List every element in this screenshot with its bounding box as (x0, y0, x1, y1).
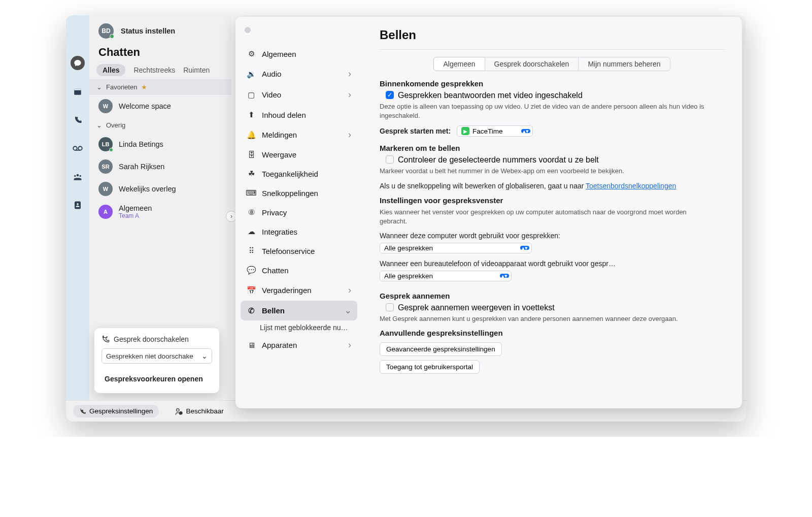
settings-nav-item[interactable]: ▢Video (241, 84, 357, 105)
chat-icon: 💬 (247, 266, 256, 275)
settings-nav-item[interactable]: 🔔Meldingen (241, 124, 357, 145)
settings-nav-item-label: Video (262, 90, 281, 99)
rail-phone-icon[interactable] (71, 113, 85, 127)
settings-nav-item[interactable]: ⬆Inhoud delen (241, 105, 357, 124)
rail-voicemail-icon[interactable] (71, 141, 85, 155)
advanced-settings-button[interactable]: Geavanceerde gespreksinstellingen (380, 342, 502, 356)
start-with-select[interactable]: ▶ FaceTime ▴▾ (457, 125, 533, 137)
chat-avatar-icon: SR (98, 159, 113, 174)
chat-item[interactable]: LB Linda Betings (89, 133, 231, 155)
svg-point-3 (78, 146, 82, 150)
select-arrows-icon: ▴▾ (521, 129, 530, 133)
tab-general[interactable]: Algemeen (433, 57, 485, 71)
rail-team-icon[interactable] (71, 170, 85, 184)
rail-calendar-icon[interactable] (71, 84, 85, 99)
chat-item-label: Wekelijks overleg (119, 185, 176, 193)
section-favourites[interactable]: ⌄ Favorieten ★ (89, 79, 231, 95)
phone-icon: ✆ (247, 306, 256, 315)
filter-all[interactable]: Alles (96, 64, 125, 76)
settings-nav-item-label: Privacy (262, 208, 287, 217)
svg-point-10 (176, 408, 179, 411)
forward-select-value: Gesprekken niet doorschake (106, 352, 193, 360)
chat-item[interactable]: SR Sarah Rijksen (89, 155, 231, 178)
settings-nav-item[interactable]: 🔉Audio (241, 63, 357, 84)
checkbox-answer-video[interactable]: ✓ (386, 91, 394, 99)
forward-select[interactable]: Gesprekken niet doorschake ⌄ (101, 348, 212, 364)
rail-chat-icon[interactable] (71, 56, 85, 70)
section-window: Instellingen voor gespreksvenster (380, 196, 725, 205)
answer-video-help: Deze optie is alleen van toepassing op u… (380, 102, 704, 120)
settings-nav-item-label: Snelkoppelingen (262, 189, 318, 198)
share-icon: ⬆ (247, 110, 256, 119)
footer-call-settings[interactable]: Gespreksinstellingen (73, 405, 159, 417)
chevron-down-icon (345, 306, 351, 315)
settings-nav-item[interactable]: 💬Chatten (241, 261, 357, 280)
traffic-light-icon[interactable] (245, 27, 251, 33)
settings-nav-item-label: Chatten (262, 266, 289, 275)
svg-point-7 (80, 175, 81, 177)
chat-avatar-icon: W (98, 99, 113, 113)
svg-point-9 (77, 203, 79, 205)
settings-content: Bellen Algemeen Gesprek doorschakelen Mi… (362, 17, 742, 408)
avatar[interactable]: BD (98, 23, 114, 39)
keys-icon: ⌨ (247, 188, 256, 198)
status-set-label[interactable]: Status instellen (121, 27, 175, 35)
chat-item[interactable]: A Algemeen Team A (89, 200, 231, 223)
settings-nav-item-label: Toegankelijkheid (262, 170, 318, 178)
section-mark: Markeren om te bellen (380, 144, 725, 152)
chat-item[interactable]: W Wekelijks overleg (89, 178, 231, 200)
phone-gear-icon (79, 408, 86, 415)
tab-forward[interactable]: Gesprek doorschakelen (485, 57, 579, 71)
chevron-right-icon (348, 285, 351, 296)
settings-nav-item[interactable]: 🗄Weergave (241, 145, 357, 164)
shortcut-link[interactable]: Toetsenbordsnelkoppelingen (586, 182, 676, 190)
star-icon: ★ (141, 83, 147, 91)
settings-nav-item[interactable]: ☁Integraties (241, 222, 357, 241)
svg-point-2 (73, 146, 77, 150)
app-window: BD Status instellen Chatten Alles Rechts… (66, 15, 746, 422)
settings-nav-item[interactable]: ☘Toegankelijkheid (241, 164, 357, 183)
chat-avatar-icon: LB (98, 137, 113, 151)
when-computer-label: Wanneer deze computer wordt gebruikt voo… (380, 232, 725, 240)
video-icon: ▢ (247, 90, 256, 100)
rail-contacts-icon[interactable] (71, 198, 85, 212)
section-other[interactable]: ⌄ Overig (89, 117, 231, 133)
settings-nav-item[interactable]: ⑧Privacy (241, 203, 357, 222)
settings-nav-item-label: Inhoud delen (262, 111, 306, 119)
checkbox-pickup[interactable] (386, 303, 394, 311)
window-help: Kies wanneer het venster voor gesprekken… (380, 208, 704, 226)
chat-item-label: Sarah Rijksen (119, 163, 164, 171)
footer-call-settings-label: Gespreksinstellingen (89, 407, 153, 415)
filter-direct[interactable]: Rechtstreeks (133, 66, 175, 74)
filter-rooms[interactable]: Ruimten (183, 66, 210, 74)
forward-popup: Gesprek doorschakelen Gesprekken niet do… (94, 328, 219, 393)
settings-nav-subitem[interactable]: Lijst met geblokkeerde num… (241, 320, 357, 335)
shortcut-pre: Als u de snelkoppeling wilt bewerken of … (380, 182, 586, 190)
checkbox-mark[interactable] (386, 155, 394, 164)
presence-dot-icon (110, 34, 114, 39)
settings-nav-item-label: Weergave (262, 150, 296, 159)
presence-dot-icon (109, 148, 113, 152)
settings-nav-item[interactable]: ⚙Algemeen (241, 44, 357, 63)
chevron-right-icon (348, 340, 351, 350)
chat-item[interactable]: W Welcome space (89, 95, 231, 117)
settings-nav-item[interactable]: 📅Vergaderingen (241, 280, 357, 301)
settings-nav-item-label: Meldingen (262, 131, 297, 139)
gear-icon: ⚙ (247, 49, 256, 58)
settings-nav-item-label: Bellen (262, 306, 285, 315)
chevron-down-icon: ⌄ (201, 352, 208, 360)
tab-my-numbers[interactable]: Mijn nummers beheren (578, 57, 670, 71)
chat-item-label: Algemeen (119, 204, 152, 212)
when-deskphone-select[interactable]: Alle gesprekken ▴▾ (380, 271, 512, 281)
settings-nav-item[interactable]: ⌨Snelkoppelingen (241, 183, 357, 203)
settings-nav-item[interactable]: ⠿Telefoonservice (241, 241, 357, 261)
open-call-prefs-button[interactable]: Gespreksvoorkeuren openen (101, 372, 212, 386)
settings-nav-item[interactable]: ✆Bellen (241, 301, 357, 320)
svg-point-6 (74, 175, 76, 177)
facetime-icon: ▶ (461, 127, 469, 135)
footer-presence[interactable]: Beschikbaar (175, 407, 224, 415)
when-computer-select[interactable]: Alle gesprekken ▴▾ (380, 243, 532, 253)
settings-nav-item[interactable]: 🖥Apparaten (241, 335, 357, 356)
user-portal-button[interactable]: Toegang tot gebruikersportal (380, 360, 480, 374)
select-arrows-icon: ▴▾ (520, 246, 529, 250)
